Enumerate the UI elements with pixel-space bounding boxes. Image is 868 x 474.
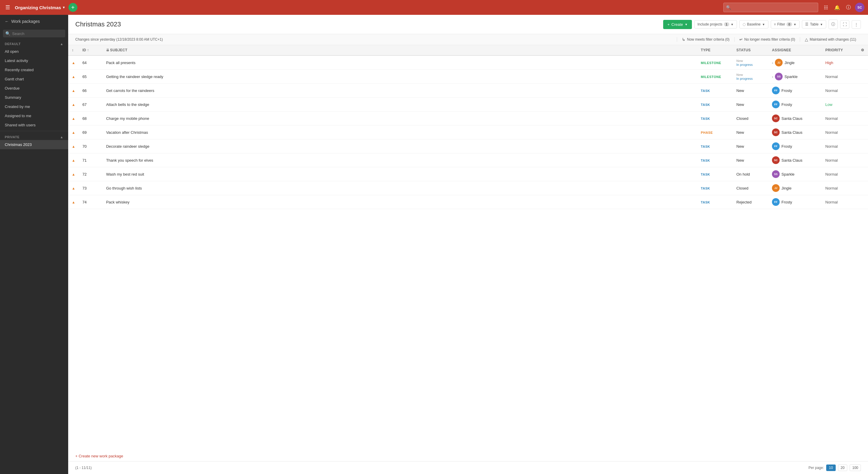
sidebar-item-latest-activity-label: Latest activity [5, 58, 28, 63]
user-avatar[interactable]: SC [855, 3, 864, 12]
global-search-input[interactable] [733, 5, 815, 10]
th-settings[interactable]: ⚙ [857, 45, 868, 56]
sidebar-back-button[interactable]: ← Work packages [0, 15, 68, 28]
id-cell[interactable]: 69 [79, 125, 102, 140]
type-cell: TASK [697, 167, 733, 181]
page-header: Christmas 2023 + Create ▼ Include projec… [68, 15, 868, 34]
sidebar-item-assigned-to-me-label: Assigned to me [5, 114, 31, 118]
sidebar-item-summary[interactable]: Summary [0, 93, 68, 102]
wp-indicator-cell: ▲ [68, 56, 79, 70]
topnav-icons-group: ☷ 🔔 ⓘ SC [821, 3, 864, 12]
grid-icon[interactable]: ☷ [821, 3, 831, 12]
wp-indicator-cell: ▲ [68, 97, 79, 112]
id-cell[interactable]: 67 [79, 97, 102, 112]
wp-triangle-icon: ▲ [72, 89, 75, 93]
sidebar-search-input[interactable] [12, 31, 63, 36]
per-page-100[interactable]: 100 [849, 465, 861, 471]
table-row: ▲66Get carrots for the raindeersTASKNewF… [68, 84, 868, 97]
assignee-avatar: SS [775, 73, 783, 80]
info-icon: ⓘ [831, 22, 835, 27]
private-section-title[interactable]: PRIVATE ▲ [0, 132, 68, 140]
sidebar-item-latest-activity[interactable]: Latest activity [0, 56, 68, 65]
sidebar-item-shared-with-users[interactable]: Shared with users [0, 120, 68, 129]
th-priority[interactable]: PRIORITY [822, 45, 857, 56]
create-button[interactable]: + Create ▼ [663, 20, 692, 29]
sidebar-item-christmas-2023[interactable]: Christmas 2023 [0, 140, 68, 149]
sidebar-item-overdue[interactable]: Overdue [0, 84, 68, 93]
id-cell[interactable]: 65 [79, 70, 102, 84]
assignee-name: Frosty [781, 200, 792, 204]
notifications-icon[interactable]: 🔔 [832, 3, 842, 12]
subject-cell: Vacation after Christmas [102, 125, 697, 140]
type-cell: TASK [697, 97, 733, 112]
table-view-button[interactable]: ☰ Table ▼ [802, 20, 826, 28]
sidebar-item-all-open[interactable]: All open [0, 47, 68, 56]
global-search[interactable]: 🔍 [723, 3, 818, 12]
id-cell[interactable]: 70 [79, 140, 102, 153]
assignee-cell: FFFrosty [768, 97, 822, 112]
sidebar-search[interactable]: 🔍 [3, 30, 65, 37]
sidebar-item-gantt-chart[interactable]: Gantt chart [0, 75, 68, 84]
wp-indicator-cell: ▲ [68, 140, 79, 153]
sidebar-item-recently-created[interactable]: Recently created [0, 65, 68, 75]
id-cell[interactable]: 74 [79, 195, 102, 209]
create-new-work-package[interactable]: + Create new work package [68, 451, 868, 461]
sidebar-item-assigned-to-me[interactable]: Assigned to me [0, 111, 68, 120]
sidebar-search-icon: 🔍 [5, 31, 10, 36]
filter-button[interactable]: ▿ Filter 0 ▼ [771, 20, 800, 28]
assignee-name: Frosty [781, 144, 792, 149]
fullscreen-button[interactable]: ⛶ [840, 20, 849, 29]
th-assignee[interactable]: ASSIGNEE [768, 45, 822, 56]
baseline-button[interactable]: ◌ Baseline ▼ [739, 20, 768, 28]
th-type[interactable]: TYPE [697, 45, 733, 56]
more-options-icon: ⋮ [855, 22, 858, 27]
id-cell[interactable]: 71 [79, 153, 102, 167]
project-name[interactable]: Organizing Christmas ▼ [15, 5, 65, 10]
status-cell: Closed [733, 112, 768, 125]
status-cell: New [733, 84, 768, 97]
add-project-button[interactable]: + [68, 3, 78, 12]
id-sort: ID ↑ [83, 48, 89, 52]
sidebar: ← Work packages 🔍 DEFAULT ▲ All open Lat… [0, 15, 68, 474]
assignee-name: Frosty [781, 102, 792, 107]
th-subject[interactable]: ⇊ SUBJECT [102, 45, 697, 56]
row-settings-cell [857, 84, 868, 97]
type-cell: TASK [697, 153, 733, 167]
id-cell[interactable]: 73 [79, 181, 102, 195]
sidebar-item-recently-created-label: Recently created [5, 68, 34, 72]
back-arrow-icon: ← [5, 19, 9, 24]
id-cell[interactable]: 72 [79, 167, 102, 181]
per-page-20[interactable]: 20 [838, 465, 847, 471]
include-projects-button[interactable]: Include projects 1 ▼ [694, 20, 737, 28]
id-cell[interactable]: 64 [79, 56, 102, 70]
sidebar-item-created-by-me[interactable]: Created by me [0, 102, 68, 111]
subject-cell: Decorate raindeer sledge [102, 140, 697, 153]
th-status[interactable]: STATUS [733, 45, 768, 56]
default-section-title[interactable]: DEFAULT ▲ [0, 39, 68, 47]
id-cell[interactable]: 66 [79, 84, 102, 97]
include-projects-dropdown-icon: ▼ [731, 23, 734, 26]
filter-label: Filter [777, 22, 785, 26]
th-wp[interactable]: ↕ [68, 45, 79, 56]
th-id[interactable]: ID ↑ [79, 45, 102, 56]
priority-cell: Normal [822, 195, 857, 209]
fullscreen-icon: ⛶ [843, 22, 847, 27]
help-icon[interactable]: ⓘ [844, 3, 853, 12]
no-longer-label: No longer meets filter criteria (0) [744, 37, 795, 41]
filter-dropdown-icon: ▼ [794, 23, 797, 26]
wp-triangle-icon: ▲ [72, 172, 75, 177]
subject-cell: Wash my best red suit [102, 167, 697, 181]
info-button[interactable]: ⓘ [829, 20, 838, 29]
baseline-icon: ◌ [743, 22, 746, 26]
hamburger-menu-icon[interactable]: ☰ [4, 2, 12, 12]
per-page-10[interactable]: 10 [826, 465, 835, 471]
assignee-cell: FFFrosty [768, 84, 822, 97]
id-cell[interactable]: 68 [79, 112, 102, 125]
include-projects-label: Include projects [698, 22, 722, 26]
more-options-button[interactable]: ⋮ [852, 20, 861, 29]
priority-cell: Normal [822, 84, 857, 97]
subject-cell: Pack whiskey [102, 195, 697, 209]
type-cell: TASK [697, 181, 733, 195]
sidebar-item-all-open-label: All open [5, 49, 19, 54]
subject-cell: Pack all presents [102, 56, 697, 70]
